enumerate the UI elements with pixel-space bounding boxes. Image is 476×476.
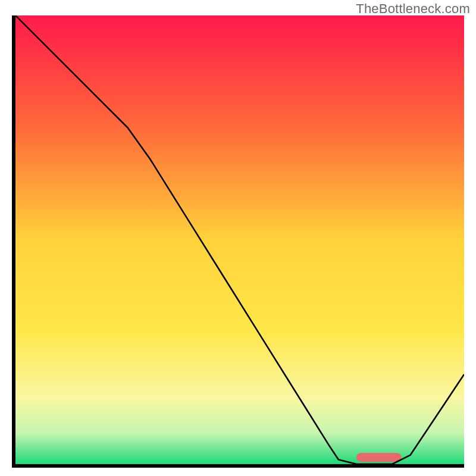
chart-plot-area [12,15,464,468]
watermark-text: TheBottleneck.com [356,1,470,17]
highlight-marker [356,453,401,462]
chart-svg [15,15,464,464]
